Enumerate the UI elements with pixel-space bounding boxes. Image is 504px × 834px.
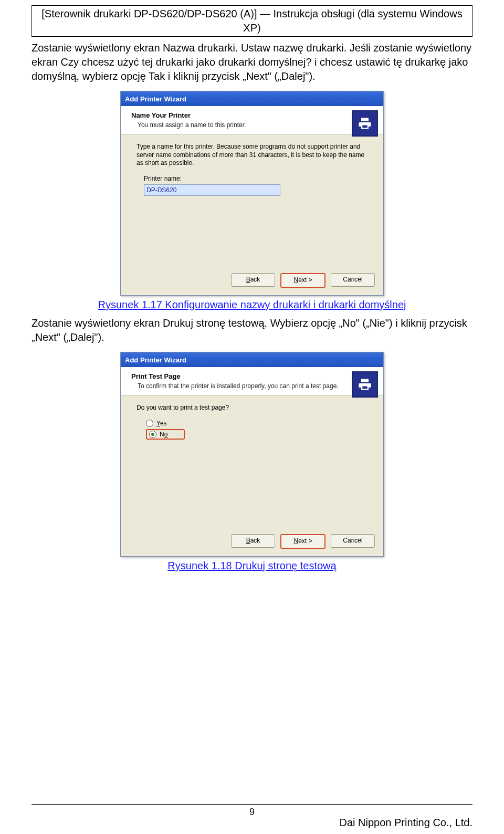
dialog-body: Do you want to print a test page? Yes No <box>121 395 383 530</box>
body-paragraph-1: Zostanie wyświetlony ekran Nazwa drukark… <box>32 41 472 84</box>
printer-name-input[interactable] <box>144 184 280 196</box>
test-page-question: Do you want to print a test page? <box>136 404 368 412</box>
next-button[interactable]: Next > <box>280 273 326 288</box>
radio-icon <box>146 420 153 427</box>
add-printer-dialog-testpage: Add Printer Wizard Print Test Page To co… <box>120 352 384 557</box>
printer-icon <box>352 110 378 137</box>
dialog-buttons: Back Next > Cancel <box>121 530 383 556</box>
radio-icon <box>149 431 156 438</box>
footer-company: Dai Nippon Printing Co., Ltd. <box>32 817 472 829</box>
back-button[interactable]: Back <box>231 534 275 548</box>
printer-icon <box>352 371 378 398</box>
add-printer-dialog-name: Add Printer Wizard Name Your Printer You… <box>120 91 384 296</box>
header-line1: [Sterownik drukarki DP-DS620/DP-DS620 (A… <box>41 8 462 19</box>
dialog-title: Add Printer Wizard <box>125 95 186 103</box>
dialog-description: Type a name for this printer. Because so… <box>136 143 368 168</box>
dialog-titlebar: Add Printer Wizard <box>121 352 383 367</box>
radio-no[interactable]: No <box>146 429 185 440</box>
figure-1-17: Add Printer Wizard Name Your Printer You… <box>32 91 472 311</box>
page-number: 9 <box>32 807 472 818</box>
cancel-button[interactable]: Cancel <box>331 534 375 548</box>
dialog-heading: Name Your Printer <box>131 111 376 119</box>
dialog-header-band: Name Your Printer You must assign a name… <box>121 106 383 134</box>
dialog-subheading: You must assign a name to this printer. <box>138 121 376 129</box>
dialog-buttons: Back Next > Cancel <box>121 269 383 295</box>
dialog-subheading: To confirm that the printer is installed… <box>138 382 376 390</box>
figure-caption-1-17: Rysunek 1.17 Konfigurowanie nazwy drukar… <box>98 299 406 311</box>
document-header: [Sterownik drukarki DP-DS620/DP-DS620 (A… <box>32 5 472 37</box>
cancel-button[interactable]: Cancel <box>331 273 375 287</box>
header-line2: XP) <box>243 22 260 34</box>
printer-name-label: Printer name: <box>144 175 368 182</box>
dialog-header-band: Print Test Page To confirm that the prin… <box>121 367 383 395</box>
figure-1-18: Add Printer Wizard Print Test Page To co… <box>32 352 472 572</box>
dialog-body: Type a name for this printer. Because so… <box>121 134 383 269</box>
dialog-titlebar: Add Printer Wizard <box>121 91 383 106</box>
back-button[interactable]: Back <box>231 273 275 287</box>
radio-yes[interactable]: Yes <box>146 420 368 427</box>
figure-caption-1-18: Rysunek 1.18 Drukuj stronę testową <box>167 560 336 572</box>
page-footer: 9 Dai Nippon Printing Co., Ltd. <box>32 804 472 829</box>
next-button[interactable]: Next > <box>280 534 326 549</box>
dialog-title: Add Printer Wizard <box>125 356 186 364</box>
footer-rule <box>32 804 472 805</box>
dialog-heading: Print Test Page <box>131 372 376 380</box>
body-paragraph-2: Zostanie wyświetlony ekran Drukuj stronę… <box>32 316 472 345</box>
